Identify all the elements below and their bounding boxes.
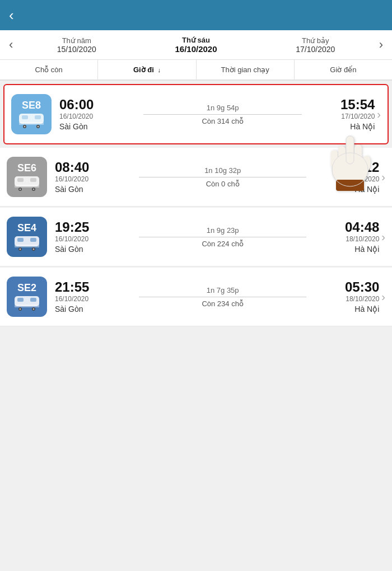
- middle-info-se2: 1n 7g 35p Còn 234 chỗ: [139, 286, 306, 308]
- prev-date-button[interactable]: ‹: [4, 38, 17, 52]
- day-label: Thứ sáu: [175, 36, 217, 44]
- train-row-se6[interactable]: SE6 08:40 16/10/2020 Sài Gòn 1n 10g 32p …: [0, 148, 392, 207]
- date-navigation: ‹ Thứ năm 15/10/2020 Thứ sáu 16/10/2020 …: [0, 30, 392, 60]
- svg-point-32: [33, 248, 35, 250]
- divider: [139, 297, 306, 297]
- svg-rect-11: [15, 185, 39, 188]
- depart-info-se6: 08:40 16/10/2020 Sài Gòn: [55, 160, 133, 194]
- arrive-station: Hà Nội: [312, 245, 379, 254]
- svg-rect-34: [17, 298, 24, 302]
- arrive-time: 04:48: [312, 220, 379, 235]
- seats-info: Còn 224 chỗ: [139, 240, 306, 248]
- seats-info: Còn 0 chỗ: [139, 180, 306, 188]
- depart-info-se2: 21:55 16/10/2020 Sài Gòn: [55, 280, 133, 313]
- svg-point-15: [33, 188, 35, 190]
- depart-date: 16/10/2020: [55, 295, 133, 303]
- arrive-station: Hà Nội: [312, 305, 379, 313]
- date-value: 16/10/2020: [175, 44, 217, 54]
- train-row-se8[interactable]: SE8 06:00 16/10/2020 Sài Gòn 1n 9g 54p C…: [3, 84, 389, 144]
- depart-date: 16/10/2020: [55, 175, 133, 183]
- svg-rect-3: [19, 122, 44, 125]
- duration: 1n 7g 35p: [139, 286, 306, 294]
- depart-station: Sài Gòn: [55, 305, 133, 313]
- arrive-date: 18/10/2020: [312, 295, 379, 303]
- svg-rect-2: [35, 115, 41, 119]
- svg-rect-9: [17, 178, 24, 182]
- svg-rect-27: [30, 238, 36, 242]
- depart-info-se8: 06:00 16/10/2020 Sài Gòn: [59, 97, 138, 131]
- row-chevron: ›: [381, 231, 385, 244]
- duration: 1n 9g 54p: [143, 104, 302, 112]
- arrive-station: Hà Nội: [312, 185, 379, 194]
- depart-station: Sài Gòn: [55, 245, 133, 254]
- svg-rect-10: [30, 178, 36, 182]
- svg-point-5: [24, 125, 26, 127]
- arrive-date: 18/10/2020: [312, 235, 379, 243]
- svg-point-38: [20, 308, 21, 310]
- divider: [143, 114, 302, 115]
- filter-giờ-đi[interactable]: Giờ đi ↓: [98, 60, 196, 79]
- train-label-se6: SE6: [17, 163, 36, 174]
- seats-info: Còn 314 chỗ: [143, 117, 302, 125]
- train-row-se4[interactable]: SE4 19:25 16/10/2020 Sài Gòn 1n 9g 23p C…: [0, 208, 392, 266]
- row-chevron: ›: [381, 171, 385, 184]
- day-label: Thứ năm: [57, 36, 96, 45]
- seats-info: Còn 234 chỗ: [139, 299, 306, 308]
- arrive-info-se6: 19:12 17/10/2020 Hà Nội: [312, 160, 379, 194]
- svg-rect-35: [30, 298, 36, 302]
- arrive-info-se2: 05:30 18/10/2020 Hà Nội: [312, 280, 379, 313]
- depart-time: 21:55: [55, 280, 133, 294]
- train-icon-svg: [13, 175, 41, 191]
- arrive-date: 17/10/2020: [312, 175, 379, 183]
- row-chevron: ›: [381, 291, 385, 303]
- filter-label: Giờ đến: [330, 65, 356, 74]
- filter-chỗ-còn[interactable]: Chỗ còn: [0, 60, 98, 79]
- train-list: SE8 06:00 16/10/2020 Sài Gòn 1n 9g 54p C…: [0, 84, 392, 326]
- train-icon-se2: SE2: [7, 277, 47, 317]
- back-button[interactable]: ‹: [9, 8, 14, 22]
- middle-info-se8: 1n 9g 54p Còn 314 chỗ: [143, 104, 302, 125]
- arrive-info-se4: 04:48 18/10/2020 Hà Nội: [312, 220, 379, 254]
- divider: [139, 177, 306, 177]
- row-chevron: ›: [377, 108, 381, 121]
- train-label-se2: SE2: [17, 283, 36, 294]
- middle-info-se4: 1n 9g 23p Còn 224 chỗ: [139, 226, 306, 248]
- date-value: 17/10/2020: [296, 45, 335, 54]
- filter-thời-gian-chạy[interactable]: Thời gian chạy: [197, 60, 295, 79]
- svg-point-13: [20, 188, 21, 190]
- svg-rect-28: [15, 245, 39, 247]
- train-icon-se8: SE8: [11, 94, 52, 134]
- train-row-se2[interactable]: SE2 21:55 16/10/2020 Sài Gòn 1n 7g 35p C…: [0, 268, 392, 326]
- depart-info-se4: 19:25 16/10/2020 Sài Gòn: [55, 220, 133, 254]
- train-icon-se6: SE6: [7, 157, 47, 197]
- day-label: Thứ bảy: [296, 36, 335, 45]
- train-label-se4: SE4: [17, 223, 36, 234]
- train-icon-svg: [13, 295, 41, 311]
- date-list: Thứ năm 15/10/2020 Thứ sáu 16/10/2020 Th…: [17, 36, 374, 54]
- filter-label: Thời gian chạy: [221, 65, 269, 74]
- filter-giờ-đến[interactable]: Giờ đến: [295, 60, 392, 79]
- depart-station: Sài Gòn: [59, 122, 138, 131]
- depart-time: 08:40: [55, 160, 133, 175]
- bottom-space: [0, 327, 392, 350]
- date-value: 15/10/2020: [57, 45, 96, 54]
- svg-rect-26: [17, 238, 24, 242]
- filter-label: Giờ đi ↓: [133, 65, 161, 74]
- next-date-button[interactable]: ›: [375, 38, 388, 52]
- arrive-station: Hà Nội: [307, 122, 375, 131]
- date-item-1[interactable]: Thứ sáu 16/10/2020: [175, 36, 217, 54]
- depart-date: 16/10/2020: [55, 235, 133, 243]
- train-icon-svg: [17, 113, 45, 128]
- depart-station: Sài Gòn: [55, 185, 133, 194]
- duration: 1n 9g 23p: [139, 226, 306, 235]
- train-icon-se4: SE4: [7, 217, 47, 257]
- filter-label: Chỗ còn: [35, 65, 63, 74]
- header: ‹: [0, 0, 392, 30]
- filter-row: Chỗ cònGiờ đi ↓Thời gian chạyGiờ đến: [0, 60, 392, 81]
- arrive-time: 15:54: [307, 97, 375, 112]
- svg-rect-36: [15, 305, 39, 307]
- depart-time: 06:00: [59, 97, 138, 112]
- date-item-0[interactable]: Thứ năm 15/10/2020: [57, 36, 96, 54]
- date-item-2[interactable]: Thứ bảy 17/10/2020: [296, 36, 335, 54]
- svg-point-30: [20, 248, 21, 250]
